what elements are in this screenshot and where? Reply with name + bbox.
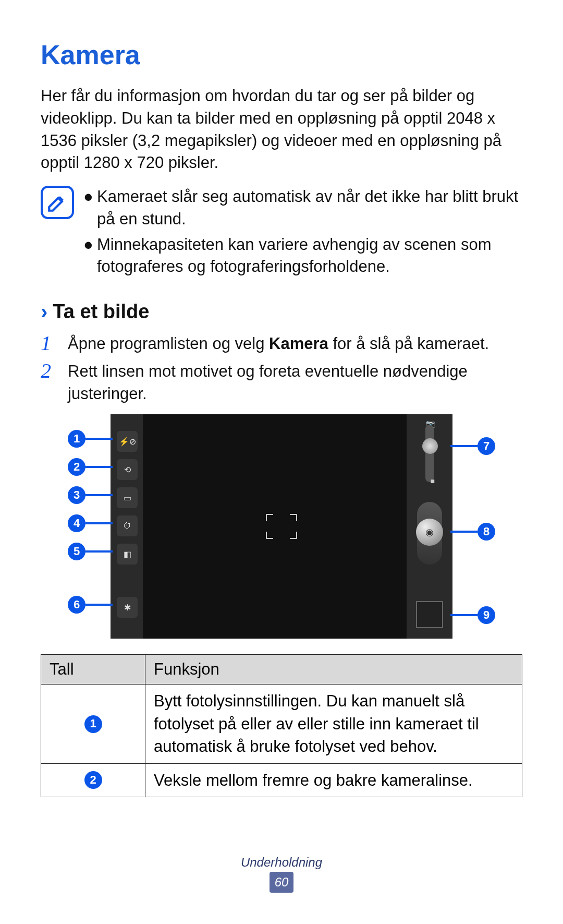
mode-icon: ▭: [117, 487, 138, 508]
chevron-right-icon: ›: [41, 300, 47, 323]
table-header-number: Tall: [41, 655, 145, 685]
table-row: 1 Bytt fotolysinnstillingen. Du kan manu…: [41, 685, 522, 763]
note-box: ●Kameraet slår seg automatisk av når det…: [41, 186, 522, 281]
page-footer: Underholdning 60: [0, 855, 563, 893]
note-list: ●Kameraet slår seg automatisk av når det…: [83, 186, 522, 281]
callout: 2: [68, 458, 113, 476]
camera-ui: ⚡⊘ ⟲ ▭ ⏱ ◧ ✱ 📷 ■ ◉: [111, 414, 452, 639]
intro-text: Her får du informasjon om hvordan du tar…: [41, 85, 522, 174]
callout: 1: [68, 430, 113, 448]
callout: 8: [450, 523, 495, 541]
settings-icon: ✱: [117, 597, 138, 618]
step-body: Åpne programlisten og velg Kamera for å …: [68, 333, 522, 355]
callout-number-icon: 1: [84, 715, 102, 733]
step-number: 2: [41, 361, 58, 405]
note-item: Minnekapasiteten kan variere avhengig av…: [97, 234, 522, 279]
page-title: Kamera: [41, 39, 522, 70]
table-cell-text: Bytt fotolysinnstillingen. Du kan manuel…: [145, 685, 522, 763]
subheading: › Ta et bilde: [41, 300, 522, 323]
callout: 4: [68, 514, 113, 532]
callout: 3: [68, 486, 113, 504]
switch-camera-icon: ⟲: [117, 459, 138, 480]
subheading-title: Ta et bilde: [53, 301, 149, 323]
page: Kamera Her får du informasjon om hvordan…: [0, 0, 563, 924]
callout: 9: [450, 606, 495, 624]
note-item: Kameraet slår seg automatisk av når det …: [97, 186, 522, 231]
exposure-icon: ◧: [117, 544, 138, 565]
gallery-thumbnail: [416, 601, 443, 628]
step-number: 1: [41, 333, 58, 355]
callout: 5: [68, 543, 113, 560]
flash-icon: ⚡⊘: [117, 431, 138, 452]
footer-section: Underholdning: [0, 855, 563, 870]
steps-list: 1 Åpne programlisten og velg Kamera for …: [41, 333, 522, 405]
timer-icon: ⏱: [117, 515, 138, 536]
callout-number-icon: 2: [84, 771, 102, 789]
page-number: 60: [270, 872, 293, 893]
callout: 6: [68, 596, 113, 614]
function-table: Tall Funksjon 1 Bytt fotolysinnstillinge…: [41, 654, 522, 797]
callout: 7: [450, 437, 495, 455]
table-header-function: Funksjon: [145, 655, 522, 685]
note-icon: [41, 186, 74, 219]
camera-screenshot: ⚡⊘ ⟲ ▭ ⏱ ◧ ✱ 📷 ■ ◉ 1 2 3 4 5 6 7 8 9: [99, 414, 464, 639]
video-mode-icon: ■: [431, 477, 435, 485]
table-row: 2 Veksle mellom fremre og bakre kamerali…: [41, 763, 522, 797]
focus-brackets-icon: [266, 514, 297, 539]
step-body: Rett linsen mot motivet og foreta eventu…: [68, 361, 522, 405]
table-cell-text: Veksle mellom fremre og bakre kameralins…: [145, 763, 522, 797]
